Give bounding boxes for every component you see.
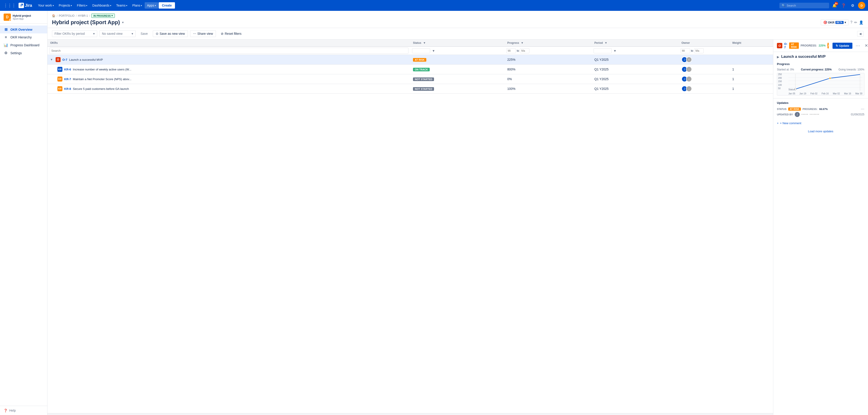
share-view-button[interactable]: ⋯ Share view [190,30,216,37]
create-button[interactable]: Create [159,2,175,8]
weight-filter-cell [730,46,773,55]
detail-title: Launch a successful MVP [781,55,826,59]
update-author-avatar: J [795,112,800,117]
update-progress-value: 66.67% [819,108,828,110]
hybr1-link[interactable]: HYBR-1 [78,14,88,18]
detail-progress-label: PROGRESS: [801,44,817,47]
person-icon-header[interactable]: 👤 [859,20,864,25]
going-towards-label: Going towards: 100% [838,68,864,71]
save-as-new-view-button[interactable]: ⊙ Save as new view [153,30,188,37]
nav-logo[interactable]: Jira [19,3,32,8]
kr-icon: KR [57,67,62,72]
nav-items: Your work▾ Projects▾ Filters▾ Dashboards… [36,2,778,8]
nav-item-apps[interactable]: Apps▾ [145,2,158,8]
new-comment-button[interactable]: + + New comment [777,120,864,127]
updates-section: Updates STATUS AT RISK PROGRESS: 66.67% … [773,98,868,415]
sidebar-item-okr-overview[interactable]: ⊞ OKR Overview [0,26,47,33]
owner-min-input[interactable] [681,48,690,53]
table-row[interactable]: KR KR-7 Maintain a Net Promoter Score (N… [48,74,773,84]
status-filter-icon[interactable]: ▼ [432,49,435,53]
th-status: Status ▼ [410,39,504,46]
update-meta-row: STATUS AT RISK PROGRESS: 66.67% ⋯ [777,107,864,111]
grid-icon: ⊞ [4,27,8,32]
expand-icon[interactable]: ▼ [50,58,54,61]
update-progress-label: PROGRESS: [803,108,817,110]
grid-icon[interactable]: ⋮⋮⋮ [3,2,17,9]
okr-search-input[interactable] [49,48,408,54]
progress-cell: 100% [504,84,592,94]
sidebar-item-okr-hierarchy[interactable]: ≡ OKR Hierarchy [0,33,47,41]
settings-button[interactable]: ⚙ [849,2,856,9]
collapse-sidebar-button[interactable]: ◀ [857,31,864,37]
okr-title: Launch a successful MVP [69,58,103,61]
progress-min-input[interactable] [506,48,516,53]
update-more-button[interactable]: ⋯ [861,107,864,111]
chevron-icon: ▾ [112,14,113,17]
okr-id[interactable]: KR-6 [64,68,71,71]
sidebar-item-label: OKR Overview [10,28,32,31]
help-link[interactable]: ❓ Help [4,409,43,412]
nav-item-projects[interactable]: Projects▾ [57,2,74,8]
table-row[interactable]: KR KR-8 Secure 5 paid customers before G… [48,84,773,94]
table-filter-row: ▼ to [48,46,773,55]
sidebar-item-settings[interactable]: ⚙ Settings [0,49,47,57]
edit-icon-header[interactable]: ✏ [854,20,857,25]
load-more-updates-link[interactable]: Load more updates [808,130,833,133]
nav-item-filters[interactable]: Filters▾ [74,2,90,8]
title-chevron-icon[interactable]: ▾ [122,21,124,24]
okr-id[interactable]: KR-8 [64,87,71,91]
progress-meta: Started at: 0% Current progress: 225% Go… [777,68,864,71]
owner-avatars: J • [682,57,727,63]
help-button[interactable]: ❓ [840,2,847,9]
nav-item-dashboards[interactable]: Dashboards▾ [90,2,114,8]
table-row[interactable]: KR KR-6 Increase number of weekly active… [48,65,773,74]
okr-view-selector[interactable]: 🎯 OKR BETA ▾ [821,20,848,25]
save-button[interactable]: Save [138,31,151,37]
help-label: Help [9,409,16,412]
chevron-icon: ▾ [110,4,111,7]
detail-objective-id[interactable]: O-7 [784,42,787,49]
saved-view-select[interactable]: No saved view ▾ [99,30,135,37]
progress-max-input[interactable] [520,48,529,53]
user-avatar[interactable]: D [858,2,865,9]
help-icon-header[interactable]: ? [850,20,852,24]
detail-more-button[interactable]: ⋯ [854,42,862,49]
okr-name-cell: ▼ O O-7 Launch a successful MVP [48,55,410,65]
filter-icon[interactable]: ▼ [521,41,524,44]
view-toggle: ◀ [857,31,864,37]
th-weight: Weight [730,39,773,46]
filter-icon[interactable]: ▼ [423,41,426,44]
filter-icon[interactable]: ▼ [604,41,608,44]
expand-icon[interactable]: ▶ [777,55,779,59]
owner-avatar-2: ... [686,76,692,82]
horizontal-scrollbar[interactable] [48,413,773,415]
detail-close-button[interactable]: ✕ [863,43,868,48]
reset-filters-button[interactable]: ⊘ Reset filters [218,31,244,37]
home-icon[interactable]: 🏠 [52,14,55,18]
nav-item-your-work[interactable]: Your work▾ [36,2,56,8]
okr-id[interactable]: O-7 [62,58,67,61]
status-filter-input[interactable] [412,48,430,53]
okr-id[interactable]: KR-7 [64,77,71,81]
notifications-button[interactable]: 🔔 9+ [831,2,838,9]
svg-point-8 [829,77,831,79]
okr-table-container[interactable]: OKRs Status ▼ [48,39,773,413]
weight-cell: 1 [730,65,773,74]
sidebar-item-progress-dashboard[interactable]: 📊 Progress Dashboard [0,41,47,49]
nav-item-plans[interactable]: Plans▾ [130,2,144,8]
nav-item-teams[interactable]: Teams▾ [114,2,129,8]
period-filter-input[interactable] [594,48,612,53]
hierarchy-icon: ≡ [4,35,8,39]
status-badge-in-progress[interactable]: IN PROGRESS ▾ [91,13,115,18]
owner-max-input[interactable] [694,48,704,53]
period-filter-select[interactable]: Filter OKRs by period ▾ [52,30,97,37]
portfolio-link[interactable]: PORTFOLIO [59,14,74,18]
updated-by-label: UPDATED BY [777,113,793,116]
search-bar[interactable]: 🔍 Search [779,3,829,8]
th-owner: Owner [679,39,730,46]
chart-y-labels: 250 200 150 100 50 [778,73,782,91]
table-row[interactable]: ▼ O O-7 Launch a successful MVP AT RISK … [48,55,773,65]
update-button[interactable]: ↻ Update [833,43,852,49]
refresh-icon: ↻ [836,44,838,47]
period-filter-icon[interactable]: ▼ [614,49,617,53]
